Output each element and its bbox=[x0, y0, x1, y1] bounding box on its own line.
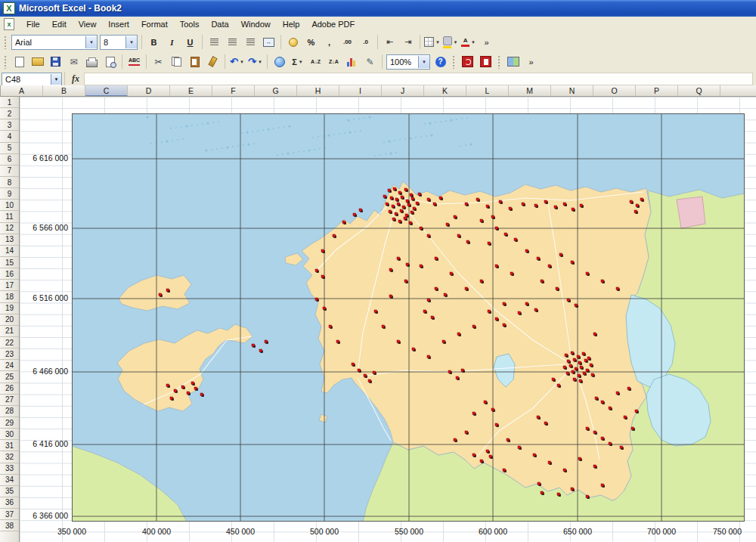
title-bar[interactable]: X Microsoft Excel - Book2 bbox=[0, 0, 756, 17]
col-header-P[interactable]: P bbox=[636, 85, 678, 96]
merge-center-button[interactable]: ↔ bbox=[260, 34, 277, 51]
menu-format[interactable]: Format bbox=[135, 18, 174, 30]
row-header-32[interactable]: 32 bbox=[0, 451, 19, 463]
col-header-I[interactable]: I bbox=[339, 85, 382, 96]
col-header-A[interactable]: A bbox=[1, 85, 43, 96]
col-header-G[interactable]: G bbox=[255, 85, 297, 96]
row-header-35[interactable]: 35 bbox=[0, 486, 19, 497]
row-header-30[interactable]: 30 bbox=[0, 429, 19, 440]
row-header-22[interactable]: 22 bbox=[0, 337, 19, 348]
row-header-8[interactable]: 8 bbox=[0, 177, 19, 188]
insert-function-button[interactable]: fx bbox=[67, 73, 84, 85]
col-header-J[interactable]: J bbox=[382, 85, 424, 96]
underline-button[interactable]: U bbox=[181, 34, 199, 51]
row-header-11[interactable]: 11 bbox=[0, 211, 19, 222]
row-header-31[interactable]: 31 bbox=[0, 440, 19, 451]
row-header-16[interactable]: 16 bbox=[0, 268, 19, 280]
row-header-23[interactable]: 23 bbox=[0, 348, 19, 360]
row-header-36[interactable]: 36 bbox=[0, 497, 19, 509]
increase-decimal-button[interactable]: .00 bbox=[339, 34, 356, 51]
col-header-F[interactable]: F bbox=[212, 85, 255, 96]
menu-insert[interactable]: Insert bbox=[102, 18, 135, 30]
row-header-21[interactable]: 21 bbox=[0, 326, 19, 337]
row-header-25[interactable]: 25 bbox=[0, 371, 19, 382]
col-header-M[interactable]: M bbox=[509, 85, 551, 96]
row-header-10[interactable]: 10 bbox=[0, 200, 19, 211]
custom-tool-button[interactable] bbox=[504, 54, 522, 70]
row-header-27[interactable]: 27 bbox=[0, 395, 19, 406]
menu-adobe-pdf[interactable]: Adobe PDF bbox=[305, 18, 361, 30]
autosum-button[interactable]: Σ▼ bbox=[289, 54, 306, 70]
pdf-create-button[interactable] bbox=[459, 54, 476, 70]
menu-view[interactable]: View bbox=[73, 18, 103, 30]
currency-style-button[interactable] bbox=[284, 34, 302, 51]
col-header-E[interactable]: E bbox=[170, 85, 212, 96]
save-button[interactable] bbox=[47, 54, 64, 70]
row-header-19[interactable]: 19 bbox=[0, 303, 19, 314]
drawing-button[interactable]: ✎ bbox=[361, 54, 379, 70]
col-header-D[interactable]: D bbox=[128, 85, 170, 96]
name-box[interactable]: C48 ▼ bbox=[2, 73, 62, 86]
chevron-down-icon[interactable]: ▼ bbox=[299, 60, 303, 64]
bold-button[interactable]: B bbox=[145, 34, 163, 51]
row-header-17[interactable]: 17 bbox=[0, 280, 19, 291]
align-right-button[interactable] bbox=[242, 34, 259, 51]
menu-edit[interactable]: Edit bbox=[46, 18, 73, 30]
open-button[interactable] bbox=[29, 54, 46, 70]
row-header-18[interactable]: 18 bbox=[0, 291, 19, 302]
row-header-24[interactable]: 24 bbox=[0, 360, 19, 371]
row-header-20[interactable]: 20 bbox=[0, 314, 19, 326]
row-header-1[interactable]: 1 bbox=[0, 97, 19, 108]
row-header-4[interactable]: 4 bbox=[0, 131, 19, 142]
align-left-button[interactable] bbox=[206, 34, 223, 51]
col-header-L[interactable]: L bbox=[466, 85, 509, 96]
col-header-O[interactable]: O bbox=[593, 85, 636, 96]
paste-button[interactable] bbox=[186, 54, 203, 70]
help-button[interactable]: ? bbox=[432, 54, 449, 70]
menu-file[interactable]: File bbox=[20, 18, 46, 30]
embedded-map-object[interactable] bbox=[72, 113, 745, 522]
col-header-H[interactable]: H bbox=[297, 85, 339, 96]
hyperlink-button[interactable] bbox=[271, 54, 288, 70]
zoom-combo[interactable]: 100% ▼ bbox=[386, 54, 430, 70]
chevron-down-icon[interactable]: ▼ bbox=[418, 56, 429, 68]
increase-indent-button[interactable]: ⇥ bbox=[399, 34, 417, 51]
comma-style-button[interactable]: , bbox=[321, 34, 338, 51]
col-header-C[interactable]: C bbox=[85, 85, 128, 96]
col-header-Q[interactable]: Q bbox=[678, 85, 720, 96]
print-button[interactable] bbox=[83, 54, 101, 70]
toolbar-options-button[interactable]: » bbox=[522, 54, 540, 70]
row-header-3[interactable]: 3 bbox=[0, 119, 19, 131]
menu-tools[interactable]: Tools bbox=[174, 18, 206, 30]
row-header-7[interactable]: 7 bbox=[0, 166, 19, 177]
formula-input[interactable] bbox=[84, 73, 753, 85]
print-preview-button[interactable] bbox=[101, 54, 119, 70]
row-header-33[interactable]: 33 bbox=[0, 463, 19, 475]
toolbar-grip[interactable] bbox=[452, 55, 456, 69]
chevron-down-icon[interactable]: ▼ bbox=[258, 60, 262, 64]
copy-button[interactable] bbox=[168, 54, 185, 70]
chart-wizard-button[interactable] bbox=[343, 54, 361, 70]
chevron-down-icon[interactable]: ▼ bbox=[85, 36, 97, 48]
decrease-indent-button[interactable]: ⇤ bbox=[381, 34, 398, 51]
row-header-34[interactable]: 34 bbox=[0, 475, 19, 486]
toolbar-grip[interactable] bbox=[4, 55, 8, 69]
font-name-combo[interactable]: Arial ▼ bbox=[11, 35, 98, 50]
chevron-down-icon[interactable]: ▼ bbox=[435, 40, 440, 45]
toolbar-grip[interactable] bbox=[4, 36, 8, 49]
row-header-13[interactable]: 13 bbox=[0, 234, 19, 246]
decrease-decimal-button[interactable]: .0 bbox=[357, 34, 374, 51]
percent-style-button[interactable]: % bbox=[302, 34, 320, 51]
undo-button[interactable]: ↶▼ bbox=[228, 54, 246, 70]
row-header-14[interactable]: 14 bbox=[0, 246, 19, 257]
font-size-combo[interactable]: 8 ▼ bbox=[100, 35, 138, 50]
row-header-12[interactable]: 12 bbox=[0, 223, 19, 234]
row-header-38[interactable]: 38 bbox=[0, 520, 19, 531]
row-header-28[interactable]: 28 bbox=[0, 406, 19, 417]
menu-data[interactable]: Data bbox=[205, 18, 234, 30]
italic-button[interactable]: I bbox=[163, 34, 181, 51]
spelling-button[interactable]: ABC bbox=[125, 54, 143, 70]
fill-color-button[interactable]: ▼ bbox=[442, 34, 459, 51]
menu-help[interactable]: Help bbox=[277, 18, 306, 30]
row-header-6[interactable]: 6 bbox=[0, 154, 19, 166]
